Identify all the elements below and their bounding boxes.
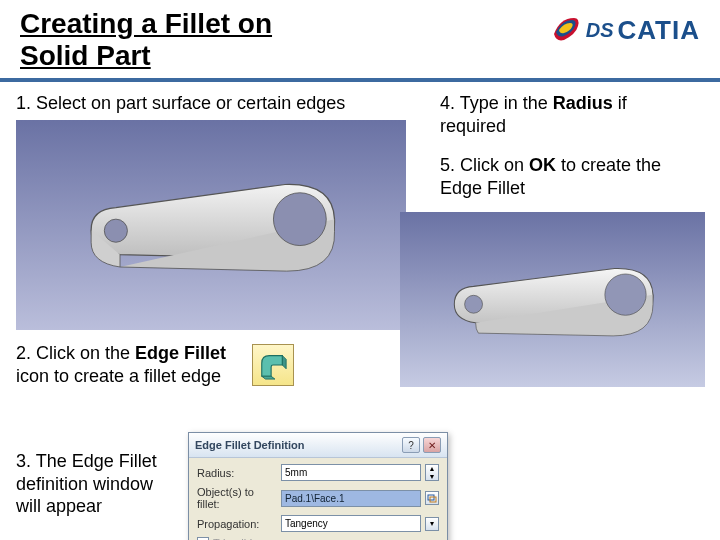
step-1-text: 1. Select on part surface or certain edg… <box>16 92 345 115</box>
part-before-image <box>16 120 406 330</box>
logo-prefix: DS <box>586 19 614 42</box>
svg-point-1 <box>274 192 327 245</box>
step-4-text: 4. Type in the Radius if required <box>440 92 680 137</box>
dialog-titlebar: Edge Fillet Definition ? ✕ <box>189 433 447 458</box>
edge-fillet-dialog: Edge Fillet Definition ? ✕ Radius: 5mm ▲… <box>188 432 448 540</box>
logo-text: CATIA <box>617 15 700 46</box>
objects-label: Object(s) to fillet: <box>197 486 277 510</box>
dialog-close-button[interactable]: ✕ <box>423 437 441 453</box>
title-line2: Solid Part <box>20 40 151 71</box>
title-line1: Creating a Fillet on <box>20 8 272 39</box>
svg-point-0 <box>105 219 128 242</box>
catia-logo: DS CATIA <box>550 12 700 48</box>
ds-logo-icon <box>550 12 582 48</box>
step-5-text: 5. Click on OK to create the Edge Fillet <box>440 154 700 199</box>
radius-spinner[interactable]: ▲▼ <box>425 464 439 481</box>
radius-input[interactable]: 5mm <box>281 464 421 481</box>
step-3-text: 3. The Edge Fillet definition window wil… <box>16 450 176 518</box>
edge-fillet-icon[interactable] <box>252 344 294 386</box>
svg-point-3 <box>605 274 646 315</box>
objects-input[interactable]: Pad.1\Face.1 <box>281 490 421 507</box>
svg-point-2 <box>465 295 483 313</box>
header-divider <box>0 78 720 82</box>
dialog-title: Edge Fillet Definition <box>195 439 304 451</box>
propagation-select[interactable]: Tangency <box>281 515 421 532</box>
dialog-help-button[interactable]: ? <box>402 437 420 453</box>
page-title: Creating a Fillet on Solid Part <box>20 8 272 72</box>
propagation-label: Propagation: <box>197 518 277 530</box>
step-2-text: 2. Click on the Edge Fillet icon to crea… <box>16 342 246 387</box>
radius-label: Radius: <box>197 467 277 479</box>
objects-select-icon[interactable] <box>425 491 439 505</box>
part-after-image <box>400 212 705 387</box>
propagation-dropdown-icon[interactable]: ▾ <box>425 517 439 531</box>
